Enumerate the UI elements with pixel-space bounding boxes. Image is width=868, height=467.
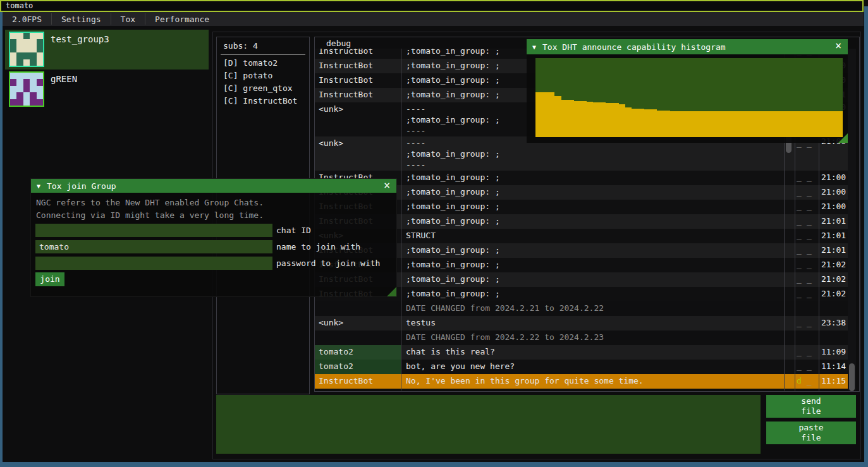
avatar-cell — [30, 59, 36, 66]
histogram-bar — [651, 109, 657, 137]
avatar-cell — [23, 99, 30, 106]
collapse-icon[interactable]: ▼ — [37, 183, 40, 190]
join-password-field[interactable] — [35, 257, 272, 270]
avatar-cell — [30, 99, 36, 106]
chat-scrollbar-thumb[interactable] — [849, 363, 855, 391]
avatar-cell — [10, 73, 16, 79]
resize-grip[interactable] — [838, 133, 848, 143]
flag-_: _ — [797, 171, 807, 185]
message-text: ;tomato_in_group: ; — [401, 200, 784, 214]
histogram-bar — [638, 109, 644, 137]
group-list-item-gREEN[interactable]: gREEN — [5, 70, 209, 109]
menu-item-settings[interactable]: Settings — [52, 12, 111, 26]
message-text: ;tomato_in_group: ; — [401, 214, 784, 229]
histogram-bar — [785, 111, 792, 137]
message-text: ;tomato_in_group: ; — [401, 272, 784, 287]
histogram-bar — [625, 107, 632, 138]
histogram-bar — [676, 111, 683, 137]
join-name-field[interactable] — [35, 240, 272, 253]
histogram-title-bar[interactable]: ▼ Tox DHT announce capability histogram … — [527, 39, 848, 54]
scroll-gap — [784, 316, 795, 331]
avatar-cell — [30, 86, 36, 92]
window-title: tomato — [6, 1, 33, 10]
avatar-cell — [23, 39, 30, 45]
send-file-button[interactable]: send file — [766, 395, 856, 418]
avatar-cell — [10, 52, 16, 59]
histogram-bar — [689, 111, 695, 137]
column-separator[interactable] — [401, 49, 401, 391]
join-button[interactable]: join — [35, 272, 64, 286]
message-input[interactable] — [216, 395, 761, 454]
avatar-cell — [16, 99, 23, 106]
message-row[interactable]: <unk>testus__23:38 — [315, 316, 859, 331]
date-changed-row[interactable]: DATE CHANGED from 2024.2.21 to 2024.2.22 — [315, 301, 859, 316]
menu-item-tox[interactable]: Tox — [111, 12, 145, 26]
scroll-gap — [784, 301, 795, 316]
message-line: ;tomato_in_group: ; — [406, 214, 784, 228]
message-text: STRUCT — [401, 229, 784, 243]
flag-_: _ — [807, 272, 817, 286]
flag-_: _ — [807, 171, 817, 185]
avatar-cell — [23, 86, 30, 92]
subs-member[interactable]: [D] tomato2 — [223, 57, 297, 70]
scroll-gap — [784, 272, 795, 287]
flag-_: _ — [807, 214, 817, 228]
sender-name: tomato2 — [315, 360, 401, 374]
message-time: 21:01 — [819, 243, 849, 258]
date-changed-row[interactable]: DATE CHANGED from 2024.2.22 to 2024.2.23 — [315, 331, 859, 345]
histogram-bar — [824, 111, 830, 137]
menu-item-performance[interactable]: Performance — [145, 12, 219, 26]
subs-member[interactable]: [C] InstructBot — [223, 95, 297, 107]
histogram-bar — [810, 111, 817, 137]
scroll-gap — [784, 171, 795, 185]
scroll-gap — [784, 258, 795, 272]
avatar-cell — [37, 52, 43, 59]
message-line: ;tomato_in_group: ; — [406, 287, 784, 301]
message-row[interactable]: tomato2chat is this real?__11:09 — [315, 345, 859, 360]
flag-_: _ — [797, 360, 807, 373]
chat-log-title: debug — [326, 39, 351, 48]
avatar-cell — [10, 99, 16, 106]
avatar-cell — [16, 79, 23, 85]
message-flags: __ — [795, 345, 819, 360]
close-icon[interactable]: × — [833, 39, 844, 53]
message-flags: __ — [795, 360, 819, 374]
paste-file-button[interactable]: paste file — [766, 422, 856, 444]
avatar-cell — [37, 73, 43, 79]
message-row[interactable]: tomato2bot, are you new here?__11:14 — [315, 360, 859, 374]
message-line: DATE CHANGED from 2024.2.22 to 2024.2.23 — [406, 331, 784, 344]
flag-_: _ — [797, 316, 807, 330]
group-list-item-test_group3[interactable]: test_group3 — [5, 30, 209, 70]
close-icon[interactable]: × — [381, 179, 393, 193]
chat-scrollbar[interactable] — [848, 49, 856, 391]
flag-d: d — [797, 374, 807, 388]
subs-member[interactable]: [C] potato — [223, 70, 297, 82]
menu-item-20fps[interactable]: 2.0FPS — [3, 12, 51, 26]
collapse-icon[interactable]: ▼ — [532, 44, 536, 51]
avatar-cell — [37, 99, 43, 106]
avatar-cell — [30, 52, 36, 59]
avatar-cell — [16, 73, 23, 79]
message-row[interactable]: InstructBotNo, I've been in this group f… — [315, 374, 859, 389]
join-info-line1: NGC refers to the New DHT enabled Group … — [36, 198, 264, 207]
flag-_: _ — [807, 316, 817, 330]
message-line: testus — [406, 316, 784, 330]
sender-name: tomato2 — [315, 345, 401, 360]
resize-grip[interactable] — [387, 287, 396, 296]
avatar-cell — [23, 92, 30, 99]
histogram-bar — [542, 92, 548, 137]
join-group-title-bar[interactable]: ▼ Tox join Group × — [31, 179, 396, 193]
subs-member[interactable]: [C] green_qtox — [223, 82, 297, 95]
avatar-cell — [16, 92, 23, 99]
chat-id-field[interactable] — [35, 224, 272, 237]
histogram-bar — [747, 111, 753, 137]
window-title-bar[interactable]: tomato — [0, 0, 864, 12]
flag-_: _ — [807, 360, 817, 373]
histogram-bar — [715, 111, 721, 137]
histogram-bar — [568, 100, 574, 137]
message-time: 21:01 — [819, 229, 849, 243]
histogram-bar — [644, 109, 651, 137]
flag-_: _ — [797, 243, 807, 257]
join-group-title: Tox join Group — [47, 181, 116, 191]
message-flags: __ — [795, 272, 819, 287]
